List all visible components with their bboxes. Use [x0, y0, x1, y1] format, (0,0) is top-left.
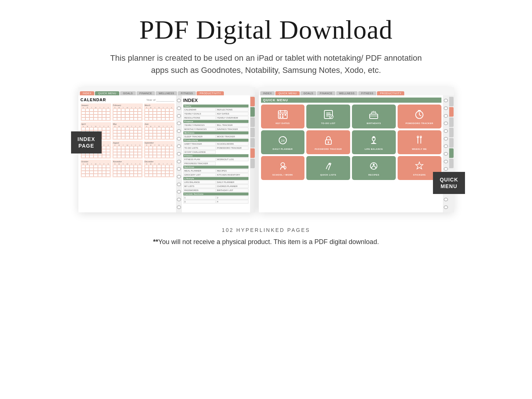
qm-card-recipes[interactable]: RECIPES — [352, 156, 396, 180]
index-item[interactable]: 3 — [183, 200, 216, 204]
index-item[interactable]: SAVINGS TRACKER — [216, 127, 249, 131]
qm-card-todo[interactable]: TO-DO LIST — [306, 105, 350, 128]
right-side-tab-2[interactable] — [449, 107, 454, 117]
weekly-icon — [414, 135, 424, 146]
index-item[interactable]: YEARLY OVERVIEW — [216, 116, 249, 120]
index-item[interactable]: CALENDAR — [183, 108, 216, 112]
index-item[interactable]: GROCERY LIST — [183, 173, 216, 177]
side-tab-7[interactable] — [250, 159, 255, 168]
index-item[interactable]: 4 — [216, 200, 249, 204]
birthdays-icon — [369, 109, 379, 121]
qm-label: SCHOOL / WORK — [272, 174, 293, 176]
svg-point-28 — [328, 141, 329, 143]
index-item[interactable]: BIRTHDAY LIST — [216, 188, 249, 192]
index-item[interactable]: SLEEP TRACKER — [183, 135, 216, 138]
qm-card-birthdays[interactable]: BIRTHDAYS — [352, 105, 396, 128]
side-tab-6[interactable] — [250, 148, 255, 158]
side-tab-1[interactable] — [250, 97, 255, 106]
tab-wellness[interactable]: WELLNESS — [156, 91, 177, 95]
index-row: HABIT TRACKER SCHOOL/WORK TO-DO LISTS PO… — [183, 142, 249, 154]
qm-card-daily-planner[interactable]: 24 DAILY PLANNER — [261, 130, 305, 154]
index-item[interactable]: TO-DO LISTS — [183, 146, 216, 150]
tab-index[interactable]: INDEX — [80, 91, 95, 95]
index-item[interactable]: FITNESS PLAN — [183, 158, 216, 161]
index-item[interactable]: PASSWORDS — [183, 188, 216, 192]
side-tab-3[interactable] — [250, 117, 255, 127]
index-item[interactable]: BILL TRACKER — [216, 123, 249, 127]
index-item[interactable]: RECIPES — [216, 169, 249, 173]
qm-label: WEEKLY ME — [412, 148, 427, 150]
index-item[interactable]: KITCHEN INVENTORY — [216, 173, 249, 177]
qm-card-password[interactable]: PASSWORD TRACKER — [306, 130, 350, 154]
right-side-tab-1[interactable] — [449, 97, 454, 106]
right-book: QUICKMENU INDEX QUICK MENU GOALS FINANCE… — [259, 87, 454, 212]
right-side-tab-3[interactable] — [449, 117, 454, 127]
index-item[interactable]: LIFE BALANCE — [183, 180, 216, 184]
right-book-inner: QUICK MENU — [259, 95, 454, 212]
index-item[interactable]: CHORES PLANNER — [216, 184, 249, 188]
tab-r-finance[interactable]: FINANCE — [317, 91, 335, 95]
index-row: YEARLY FINANCES BILL TRACKER MONTHLY FIN… — [183, 123, 249, 131]
tab-goals[interactable]: GOALS — [120, 91, 136, 95]
index-row: SLEEP TRACKER MOOD TRACKER — [183, 135, 249, 138]
side-tab-5[interactable] — [250, 138, 255, 148]
calendar-title: CALENDAR — [81, 98, 106, 102]
tab-r-productivity[interactable]: PRODUCTIVITY — [377, 91, 404, 95]
svg-rect-4 — [279, 114, 281, 116]
index-item[interactable]: MOOD TRACKER — [216, 135, 249, 138]
tab-productivity[interactable]: PRODUCTIVITY — [197, 91, 224, 95]
index-item[interactable]: SCHOOL/WORK — [216, 142, 249, 146]
svg-point-40 — [281, 163, 285, 166]
qm-card-key-dates[interactable]: KEY DATES — [261, 105, 305, 128]
index-item[interactable]: 2 — [216, 196, 249, 200]
index-item[interactable]: 10 DAY CHALLENGE — [183, 150, 216, 154]
right-side-tabs — [449, 95, 454, 212]
index-item[interactable]: MY LISTS — [183, 184, 216, 188]
spiral-binding-right — [443, 95, 449, 212]
index-item[interactable]: POMODORO TRACKER — [216, 146, 249, 150]
index-item[interactable]: YEARLY FINANCES — [183, 123, 216, 127]
index-title: INDEX — [183, 98, 249, 103]
qm-card-life-balance[interactable]: LIFE BALANCE — [352, 130, 396, 154]
tab-fitness[interactable]: FITNESS — [178, 91, 196, 95]
index-item[interactable]: PROGRESS TRACKER — [183, 162, 216, 165]
daily-planner-icon: 24 — [278, 135, 288, 146]
year-label: Year of ___________ — [146, 98, 174, 102]
index-item[interactable]: KEY DATES — [216, 112, 249, 116]
tab-r-fitness[interactable]: FITNESS — [358, 91, 376, 95]
qm-card-pomodoro[interactable]: POMODORO TRACKER — [398, 105, 441, 128]
right-side-tab-4[interactable] — [449, 128, 454, 137]
quick-lists-icon — [323, 161, 334, 172]
index-item[interactable]: YEARLY GOALS — [183, 112, 216, 116]
tab-r-goals[interactable]: GOALS — [300, 91, 316, 95]
index-item[interactable]: 1 — [183, 196, 216, 200]
qm-label: STICKERS — [413, 174, 426, 176]
month-august: August SMTWTFS — [112, 141, 143, 159]
index-item[interactable]: MEAL PLANNER — [183, 169, 216, 173]
qm-card-weekly[interactable]: WEEKLY ME — [398, 130, 441, 154]
month-name: January — [81, 104, 110, 106]
tab-quick-menu[interactable]: QUICK MENU — [95, 91, 119, 95]
index-item[interactable]: HABIT TRACKER — [183, 142, 216, 146]
side-tab-2[interactable] — [250, 107, 255, 117]
side-tab-4[interactable] — [250, 128, 255, 137]
tab-finance[interactable]: FINANCE — [137, 91, 155, 95]
tab-r-wellness[interactable]: WELLNESS — [336, 91, 357, 95]
index-item[interactable]: DAILY PLANNER — [216, 180, 249, 184]
index-item[interactable]: REFLECTIONS — [216, 108, 249, 112]
index-row: 1 2 3 4 — [183, 196, 249, 204]
right-side-tab-7[interactable] — [449, 159, 454, 168]
index-item[interactable]: WORKOUT LOG — [216, 158, 249, 161]
tab-r-quick-menu[interactable]: QUICK MENU — [275, 91, 300, 95]
qm-label: RECIPES — [368, 174, 379, 176]
index-row: CALENDAR REFLECTIONS YEARLY GOALS KEY DA… — [183, 108, 249, 120]
index-item[interactable]: MONTHLY FINANCES — [183, 127, 216, 131]
index-bar-nutrition: Nutrition — [183, 166, 249, 169]
month-name: February — [113, 104, 142, 106]
qm-card-quick-lists[interactable]: QUICK LISTS — [306, 156, 350, 180]
tab-r-index[interactable]: INDEX — [260, 91, 275, 95]
right-side-tab-5[interactable] — [449, 138, 454, 148]
right-side-tab-6[interactable] — [449, 148, 454, 158]
qm-card-school-work[interactable]: SCHOOL / WORK — [261, 156, 305, 180]
index-item[interactable]: RESOLUTIONS — [183, 116, 216, 120]
